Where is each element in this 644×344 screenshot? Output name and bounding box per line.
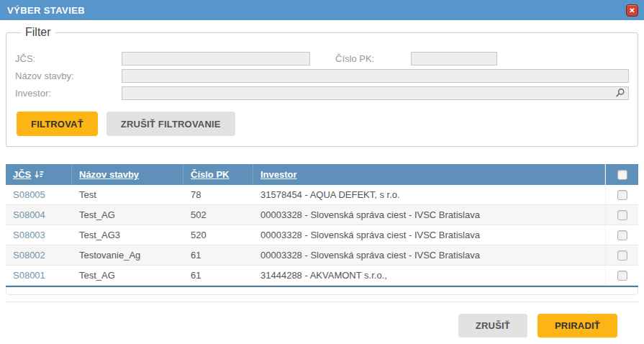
nazov-stavby-input[interactable]	[122, 69, 629, 83]
jcs-link[interactable]: S08001	[13, 270, 45, 281]
nazov-cell: Test_AG	[72, 266, 183, 285]
nazov-cell: Test_AG3	[72, 225, 183, 245]
investor-cell: 31444288 - AKVAMONT s.r.o.,	[253, 266, 605, 285]
investor-label: Investor:	[15, 88, 122, 99]
jcs-link[interactable]: S08002	[13, 250, 45, 261]
nazov-stavby-label: Názov stavby:	[15, 71, 122, 81]
cislo-pk-cell: 78	[183, 185, 253, 204]
filtrovat-button[interactable]: FILTROVAŤ	[17, 112, 98, 136]
table-row: S08002 Testovanie_Ag 61 00003328 - Slove…	[6, 245, 638, 266]
grid-footer-strip	[6, 287, 638, 295]
jcs-input[interactable]	[122, 52, 310, 65]
footer-actions: ZRUŠIŤ PRIRADIŤ	[0, 302, 644, 338]
cislo-pk-cell: 61	[183, 266, 253, 285]
investor-input[interactable]	[122, 86, 629, 100]
column-header-investor[interactable]: Investor	[253, 164, 605, 185]
filter-buttons: FILTROVAŤ ZRUŠIŤ FILTROVANIE	[15, 112, 629, 136]
table-row: S08005 Test 78 31578454 - AQUA DEFEKT, s…	[6, 185, 638, 205]
row-checkbox[interactable]	[617, 271, 627, 281]
investor-cell: 00003328 - Slovenská správa ciest - IVSC…	[253, 205, 605, 225]
dialog-titlebar: VÝBER STAVIEB ✕	[0, 0, 644, 20]
investor-cell: 00003328 - Slovenská správa ciest - IVSC…	[253, 225, 605, 245]
row-checkbox[interactable]	[617, 210, 627, 220]
filter-row-nazov: Názov stavby:	[15, 69, 629, 83]
zrusit-filtrovanie-button[interactable]: ZRUŠIŤ FILTROVANIE	[106, 112, 235, 136]
investor-cell: 00003328 - Slovenská správa ciest - IVSC…	[253, 245, 605, 265]
filter-panel: Filter JČS: Číslo PK: Názov stavby: Inve…	[6, 26, 638, 147]
table-body: S08005 Test 78 31578454 - AQUA DEFEKT, s…	[6, 185, 638, 286]
nazov-cell: Testovanie_Ag	[72, 245, 183, 265]
row-checkbox[interactable]	[617, 230, 627, 240]
nazov-cell: Test	[72, 185, 183, 204]
jcs-link[interactable]: S08003	[13, 230, 45, 240]
filter-row-jcs-pk: JČS: Číslo PK:	[15, 52, 629, 65]
priradit-button[interactable]: PRIRADIŤ	[538, 314, 617, 338]
jcs-label: JČS:	[15, 53, 122, 64]
investor-cell: 31578454 - AQUA DEFEKT, s r.o.	[253, 185, 605, 204]
select-all-checkbox[interactable]	[617, 170, 627, 180]
dialog-title: VÝBER STAVIEB	[7, 5, 85, 16]
cislo-pk-cell: 61	[183, 245, 253, 265]
cislo-pk-label: Číslo PK:	[335, 53, 411, 64]
table-row: S08001 Test_AG 61 31444288 - AKVAMONT s.…	[6, 266, 638, 286]
row-checkbox[interactable]	[617, 190, 627, 200]
select-all-cell	[605, 164, 638, 185]
table-row: S08004 Test_AG 502 00003328 - Slovenská …	[6, 205, 638, 225]
nazov-cell: Test_AG	[72, 205, 183, 225]
table-row: S08003 Test_AG3 520 00003328 - Slovenská…	[6, 225, 638, 245]
cislo-pk-cell: 502	[183, 205, 253, 225]
column-header-nazov-stavby[interactable]: Názov stavby	[72, 164, 183, 185]
jcs-link[interactable]: S08004	[13, 209, 45, 220]
sort-desc-icon	[35, 171, 44, 179]
cislo-pk-cell: 520	[183, 225, 253, 245]
filter-legend: Filter	[21, 26, 55, 39]
cislo-pk-input[interactable]	[411, 52, 497, 65]
results-grid: JČS Názov stavby Číslo PK Investor S0800	[6, 164, 638, 295]
jcs-link[interactable]: S08005	[13, 189, 45, 200]
grid-header-row: JČS Názov stavby Číslo PK Investor	[6, 164, 638, 185]
column-header-jcs[interactable]: JČS	[6, 164, 72, 185]
column-header-cislo-pk[interactable]: Číslo PK	[183, 164, 253, 185]
row-checkbox[interactable]	[617, 250, 627, 261]
zrusit-button[interactable]: ZRUŠIŤ	[458, 314, 527, 338]
close-icon[interactable]: ✕	[626, 4, 638, 17]
filter-row-investor: Investor:	[15, 86, 629, 100]
